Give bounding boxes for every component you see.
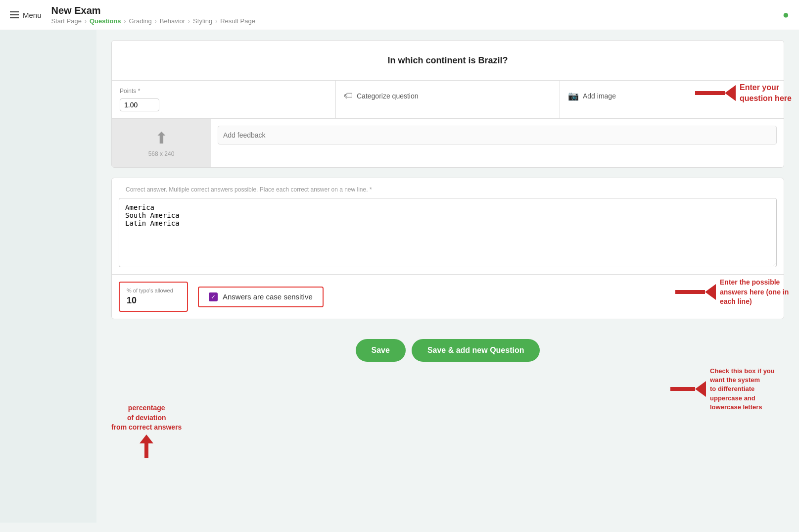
typo-value: 10	[127, 295, 180, 306]
menu-button[interactable]: Menu	[10, 11, 42, 19]
header-right-icon: ●	[783, 8, 789, 21]
annotation-answers: Enter the possible answers here (one in …	[675, 278, 799, 307]
page-layout: In which continent is Brazil? Points * 🏷…	[0, 30, 799, 523]
annotation-case-text: Check this box if you want the system to…	[710, 367, 775, 412]
tag-icon: 🏷	[344, 91, 353, 101]
header: Menu New Exam Start Page › Questions › G…	[0, 0, 799, 30]
annotation-typo: percentage of deviationfrom correct answ…	[111, 403, 182, 458]
annotation-case: Check this box if you want the system to…	[670, 367, 799, 412]
question-toolbar: Points * 🏷 Categorize question 📷 Add ima…	[112, 80, 784, 118]
breadcrumb: Start Page › Questions › Grading › Behav…	[51, 17, 255, 25]
breadcrumb-styling[interactable]: Styling	[193, 17, 212, 25]
breadcrumb-behavior[interactable]: Behavior	[160, 17, 185, 25]
sidebar	[0, 30, 96, 523]
menu-label: Menu	[23, 11, 42, 19]
feedback-wrapper	[211, 119, 784, 167]
annotation-answers-text: Enter the possible answers here (one in …	[720, 278, 799, 307]
question-card: In which continent is Brazil? Points * 🏷…	[111, 40, 784, 168]
feedback-row: ⬆ 568 x 240	[112, 118, 784, 167]
breadcrumb-sep-4: ›	[188, 18, 190, 25]
breadcrumb-start-page[interactable]: Start Page	[51, 17, 82, 25]
exam-title: New Exam	[51, 5, 255, 16]
question-text[interactable]: In which continent is Brazil?	[112, 41, 784, 80]
answers-textarea[interactable]: America South America Latin America	[119, 198, 777, 267]
camera-icon: 📷	[568, 91, 579, 101]
breadcrumb-sep-3: ›	[155, 18, 157, 25]
breadcrumb-result-page[interactable]: Result Page	[220, 17, 255, 25]
breadcrumb-sep-2: ›	[124, 18, 126, 25]
main-content: In which continent is Brazil? Points * 🏷…	[96, 30, 799, 523]
annotation-typo-body: of deviationfrom correct answers	[111, 413, 182, 433]
annotation-question-text: Enter your question here	[740, 82, 799, 104]
save-add-new-button[interactable]: Save & add new Question	[412, 339, 540, 362]
upload-size: 568 x 240	[148, 150, 175, 157]
upload-icon: ⬆	[155, 129, 168, 147]
save-button[interactable]: Save	[356, 339, 406, 362]
points-section: Points *	[112, 81, 336, 118]
breadcrumb-grading[interactable]: Grading	[129, 17, 152, 25]
categorize-section: 🏷 Categorize question	[336, 81, 560, 118]
points-label: Points *	[120, 88, 328, 95]
annotation-question: Enter your question here	[695, 82, 799, 104]
upload-section[interactable]: ⬆ 568 x 240	[112, 119, 211, 167]
buttons-row: Save Save & add new Question	[111, 329, 784, 367]
typo-label: % of typo's allowed	[127, 288, 180, 293]
hamburger-icon	[10, 11, 19, 18]
answers-label: Correct answer. Multiple correct answers…	[119, 178, 777, 194]
points-input[interactable]	[120, 98, 159, 111]
case-sensitive-checkbox[interactable]: ✓	[209, 292, 218, 301]
categorize-button[interactable]: 🏷 Categorize question	[344, 88, 552, 104]
breadcrumb-sep-5: ›	[215, 18, 217, 25]
case-sensitive-section: ✓ Answers are case sensitive	[198, 287, 324, 307]
categorize-label: Categorize question	[357, 92, 419, 100]
case-sensitive-label: Answers are case sensitive	[223, 292, 313, 301]
typo-section: % of typo's allowed 10	[119, 282, 188, 312]
add-image-label: Add image	[583, 92, 616, 100]
breadcrumb-sep-1: ›	[85, 18, 87, 25]
header-title-area: New Exam Start Page › Questions › Gradin…	[51, 5, 255, 25]
breadcrumb-questions[interactable]: Questions	[90, 17, 121, 25]
answers-inner: Correct answer. Multiple correct answers…	[112, 178, 784, 274]
annotation-typo-title: percentage	[128, 403, 165, 413]
feedback-input[interactable]	[218, 126, 777, 145]
